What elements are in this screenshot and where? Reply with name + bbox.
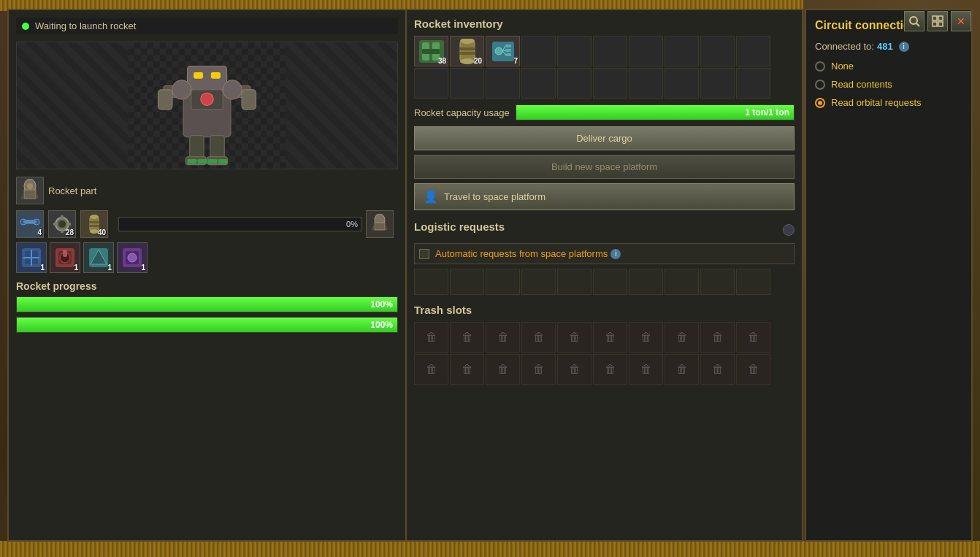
inv-slot-8[interactable] [665,36,699,66]
svg-rect-37 [61,228,64,233]
rocket-progress-fill-2 [17,318,397,332]
logistic-slot-7[interactable] [629,269,663,295]
trash-slot-18[interactable]: 🗑 [665,354,699,385]
rocket-progress-text-2: 100% [370,320,393,330]
close-button[interactable]: ✕ [951,11,971,31]
inv-slot-1[interactable]: 38 [414,36,448,66]
logistic-slot-4[interactable] [521,269,556,295]
inv-slot-15[interactable] [557,68,592,99]
svg-rect-36 [61,215,64,220]
svg-rect-75 [505,53,511,56]
logistic-slot-3[interactable] [486,269,520,295]
main-ui-container: Waiting to launch rocket [7,9,803,542]
inv-slot-19[interactable] [700,68,735,99]
trash-slot-10[interactable]: 🗑 [736,322,770,353]
build-platform-button[interactable]: Build new space platform [414,155,795,179]
logistic-slot-9[interactable] [700,269,735,295]
radio-read-contents[interactable]: Read contents [815,79,962,90]
inv-slot-13[interactable] [486,68,520,99]
rocket-part-icon [16,177,44,204]
inv-slot-5[interactable] [557,36,592,66]
radio-none[interactable]: None [815,61,962,72]
svg-point-18 [201,93,213,105]
trash-slot-20[interactable]: 🗑 [736,354,770,385]
travel-platform-button[interactable]: 👤 Travel to space platform [414,183,795,210]
logistic-slot-8[interactable] [665,269,699,295]
trash-slot-14[interactable]: 🗑 [521,354,556,385]
science-pack-red-icon: 1 [50,242,80,273]
deliver-cargo-button[interactable]: Deliver cargo [414,126,795,150]
logistic-slot-6[interactable] [593,269,627,295]
inv-slot-11[interactable] [414,68,448,99]
circuit-panel: Circuit connection Connected to: 481 i N… [805,9,973,542]
trash-slot-6[interactable]: 🗑 [593,322,627,353]
inv-slot-18[interactable] [665,68,699,99]
inv-slot-7[interactable] [629,36,663,66]
trash-grid-row1: 🗑 🗑 🗑 🗑 🗑 🗑 🗑 🗑 🗑 🗑 [414,322,795,353]
trash-slot-9[interactable]: 🗑 [700,322,735,353]
trash-slot-1[interactable]: 🗑 [414,322,448,353]
radio-orbital-label: Read orbital requests [831,97,922,108]
logistic-slot-1[interactable] [414,269,448,295]
logistic-slot-5[interactable] [557,269,592,295]
rocket-part-row: Rocket part [16,177,398,204]
connected-row: Connected to: 481 i [815,41,962,52]
svg-rect-33 [23,220,37,223]
travel-platform-label: Travel to space platform [444,191,545,202]
inv-slot-4[interactable] [521,36,556,66]
svg-rect-14 [210,136,224,159]
auto-requests-checkbox[interactable] [419,249,429,259]
inv-slot-6[interactable] [593,36,627,66]
trash-slot-17[interactable]: 🗑 [629,354,663,385]
trash-slot-15[interactable]: 🗑 [557,354,592,385]
auto-requests-row[interactable]: Automatic requests from space platforms … [414,243,795,264]
rocket-progress-label: Rocket progress [16,280,398,292]
trash-slot-13[interactable]: 🗑 [486,354,520,385]
svg-rect-21 [187,159,196,164]
trash-slot-16[interactable]: 🗑 [593,354,627,385]
left-panel: Waiting to launch rocket [9,10,407,540]
trash-slot-19[interactable]: 🗑 [700,354,735,385]
svg-rect-7 [194,72,203,79]
inv-slot-9[interactable] [700,36,735,66]
trash-slot-8[interactable]: 🗑 [665,322,699,353]
svg-point-61 [128,253,137,262]
network-button[interactable] [927,11,948,31]
trash-slot-5[interactable]: 🗑 [557,322,592,353]
rocket-progress-fill-1 [17,297,397,312]
trash-slot-12[interactable]: 🗑 [450,354,484,385]
sci-count-1: 1 [40,264,45,272]
inv-slot-20[interactable] [736,68,770,99]
svg-point-79 [910,17,917,24]
logistic-section: Logistic requests Automatic requests fro… [414,220,795,298]
search-button[interactable] [904,11,925,31]
auto-requests-info[interactable]: i [610,249,621,259]
trash-slot-7[interactable]: 🗑 [629,322,663,353]
sci-count-4: 1 [141,264,145,272]
trash-slot-3[interactable]: 🗑 [486,322,520,353]
radio-none-dot [815,61,825,72]
inv-slot-10[interactable] [736,36,770,66]
logistic-slot-10[interactable] [736,269,770,295]
item-count-3: 40 [98,228,106,237]
inv-slot-16[interactable] [593,68,627,99]
capacity-text: 1 ton/1 ton [745,107,789,118]
inv-slot-3[interactable]: 7 [486,36,520,66]
logistic-slot-2[interactable] [450,269,484,295]
inv-slot-2[interactable]: 20 [450,36,484,66]
trash-slot-4[interactable]: 🗑 [521,322,556,353]
connected-info-icon[interactable]: i [899,42,909,52]
radio-read-orbital[interactable]: Read orbital requests [815,97,962,108]
inv-slot-12[interactable] [450,68,484,99]
svg-rect-56 [63,250,67,257]
item-conveyor-icon: 4 [16,210,44,238]
inv-slot-17[interactable] [629,68,663,99]
trash-slot-2[interactable]: 🗑 [450,322,484,353]
sci-count-3: 1 [107,264,112,272]
svg-rect-82 [938,16,943,20]
inv-slot-14[interactable] [521,68,556,99]
trash-slot-11[interactable]: 🗑 [414,354,448,385]
radio-read-dot [815,80,825,90]
svg-rect-39 [66,223,71,226]
svg-point-35 [58,220,66,228]
